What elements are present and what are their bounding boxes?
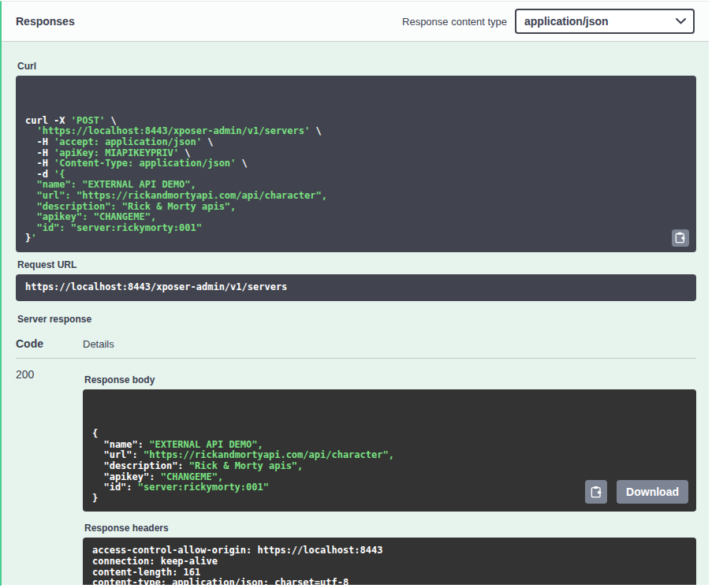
curl-label: Curl — [17, 61, 696, 72]
request-url-text: https://localhost:8443/xposer-admin/v1/s… — [25, 281, 287, 292]
request-url-label: Request URL — [17, 259, 696, 270]
details-column-header: Details — [83, 338, 114, 350]
response-body-actions: Download — [585, 480, 688, 504]
responses-title: Responses — [16, 15, 75, 28]
response-details: Response body Download — [83, 368, 696, 586]
request-url-value: https://localhost:8443/xposer-admin/v1/s… — [16, 274, 696, 301]
copy-to-clipboard-button[interactable] — [585, 480, 607, 504]
clipboard-icon — [591, 486, 602, 498]
content-type-group: Response content type application/json — [402, 9, 695, 34]
copy-to-clipboard-button[interactable] — [672, 229, 689, 247]
server-response-table: Code Details 200 Response body — [16, 337, 696, 586]
download-button[interactable]: Download — [617, 480, 688, 504]
responses-body: Curl curl -X 'POST' \ 'https://localhost… — [2, 42, 709, 585]
response-body-label: Response body — [84, 374, 696, 385]
clipboard-icon — [675, 232, 686, 244]
response-table-header: Code Details — [16, 337, 696, 359]
code-column-header: Code — [16, 337, 83, 350]
responses-panel: Responses Response content type applicat… — [0, 1, 709, 586]
curl-command: curl -X 'POST' \ 'https://localhost:8443… — [16, 76, 696, 252]
response-body: Download { "name": "EXTERNAL API DEMO", … — [83, 389, 696, 512]
response-headers-label: Response headers — [84, 523, 696, 534]
response-headers: access-control-allow-origin: https://loc… — [83, 538, 696, 585]
status-code: 200 — [16, 368, 83, 586]
responses-header: Responses Response content type applicat… — [2, 2, 709, 42]
response-content-type-label: Response content type — [402, 16, 507, 28]
server-response-label: Server response — [17, 314, 696, 325]
response-row: 200 Response body Dow — [16, 359, 696, 586]
content-type-select-wrap: application/json — [515, 9, 695, 34]
content-type-select[interactable]: application/json — [515, 9, 695, 34]
